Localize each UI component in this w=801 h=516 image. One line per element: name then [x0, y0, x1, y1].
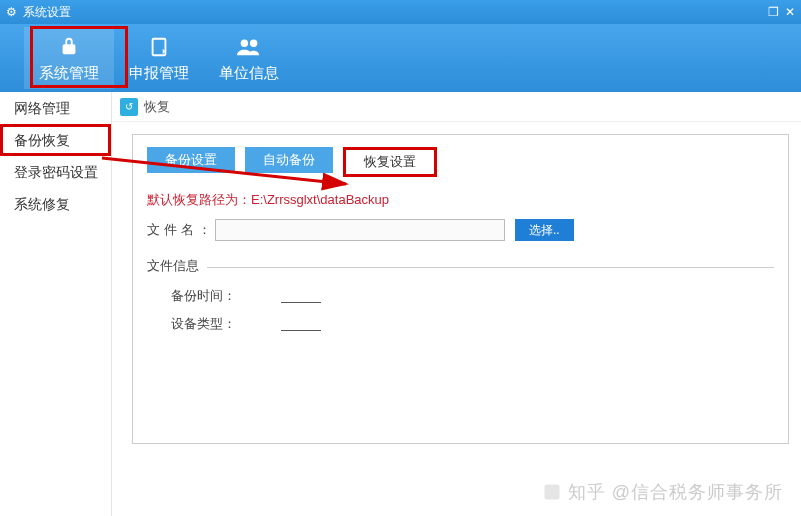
toolbar-unit-info[interactable]: 单位信息	[204, 27, 294, 89]
sidebar-item-password[interactable]: 登录密码设置	[0, 156, 111, 188]
device-type-label: 设备类型：	[171, 315, 251, 333]
maximize-button[interactable]: ❐	[768, 5, 779, 19]
sidebar-item-network[interactable]: 网络管理	[0, 92, 111, 124]
select-button[interactable]: 选择..	[515, 219, 574, 241]
sidebar: 网络管理 备份恢复 登录密码设置 系统修复	[0, 92, 112, 516]
backup-time-row: 备份时间：	[147, 287, 774, 305]
toolbar-label: 申报管理	[129, 64, 189, 83]
toolbar-label: 系统管理	[39, 64, 99, 83]
tab-restore-settings[interactable]: 恢复设置	[343, 147, 437, 177]
watermark-text: 知乎 @信合税务师事务所	[568, 480, 783, 504]
sidebar-item-repair[interactable]: 系统修复	[0, 188, 111, 220]
toolbar-declare-manage[interactable]: 申报管理	[114, 27, 204, 89]
svg-point-2	[250, 39, 257, 46]
restore-icon: ↺	[120, 98, 138, 116]
toolbar: 系统管理 申报管理 单位信息	[0, 24, 801, 92]
tab-label: 备份设置	[165, 152, 217, 167]
svg-point-1	[241, 39, 248, 46]
sidebar-item-label: 登录密码设置	[14, 164, 98, 180]
sidebar-item-label: 系统修复	[14, 196, 70, 212]
file-row: 文件名： 选择..	[147, 219, 774, 241]
sidebar-item-label: 网络管理	[14, 100, 70, 116]
sidebar-item-label: 备份恢复	[14, 132, 70, 148]
toolbar-label: 单位信息	[219, 64, 279, 83]
lock-icon	[58, 34, 80, 60]
breadcrumb-label: 恢复	[144, 98, 170, 116]
select-button-label: 选择..	[529, 223, 560, 237]
toolbar-system-manage[interactable]: 系统管理	[24, 27, 114, 89]
tab-auto-backup[interactable]: 自动备份	[245, 147, 333, 173]
backup-time-value	[281, 289, 321, 303]
form-icon	[148, 34, 170, 60]
content-area: ↺ 恢复 备份设置 自动备份 恢复设置 默认恢复路径为：E:\Zrrssglxt…	[112, 92, 801, 516]
fileinfo-label: 文件信息	[147, 257, 199, 275]
tab-label: 恢复设置	[364, 154, 416, 169]
file-input[interactable]	[215, 219, 505, 241]
default-path-text: 默认恢复路径为：E:\Zrrssglxt\dataBackup	[147, 191, 774, 209]
users-icon	[236, 34, 262, 60]
tab-label: 自动备份	[263, 152, 315, 167]
device-type-row: 设备类型：	[147, 315, 774, 333]
window-title: 系统设置	[23, 4, 71, 21]
tab-bar: 备份设置 自动备份 恢复设置	[147, 147, 774, 177]
backup-time-label: 备份时间：	[171, 287, 251, 305]
panel: 备份设置 自动备份 恢复设置 默认恢复路径为：E:\Zrrssglxt\data…	[132, 134, 789, 444]
body: 网络管理 备份恢复 登录密码设置 系统修复 ↺ 恢复 备份设置 自动备份 恢复设…	[0, 92, 801, 516]
sidebar-item-backup-restore[interactable]: 备份恢复	[0, 124, 111, 156]
svg-rect-4	[544, 485, 559, 500]
file-label: 文件名：	[147, 221, 211, 239]
device-type-value	[281, 317, 321, 331]
close-button[interactable]: ✕	[785, 5, 795, 19]
titlebar: ⚙ 系统设置 ❐ ✕	[0, 0, 801, 24]
gear-icon: ⚙	[6, 5, 17, 19]
breadcrumb: ↺ 恢复	[112, 92, 801, 122]
tab-backup-settings[interactable]: 备份设置	[147, 147, 235, 173]
watermark: 知乎 @信合税务师事务所	[542, 480, 783, 504]
